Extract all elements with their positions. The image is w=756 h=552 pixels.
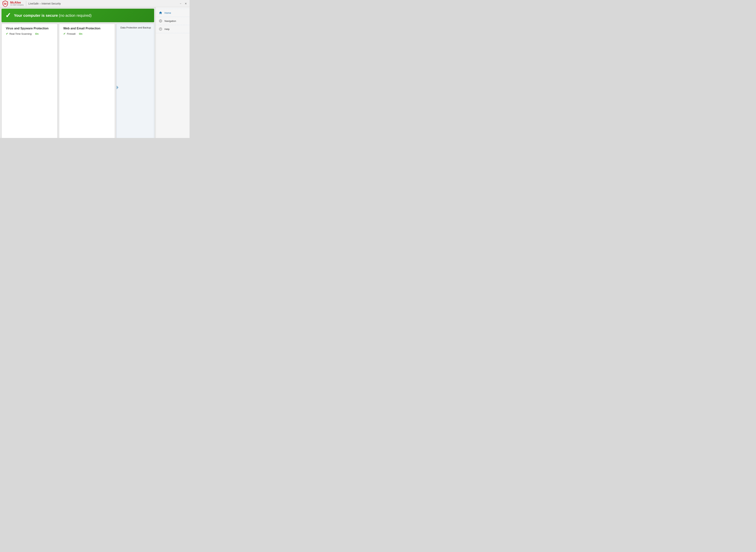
sidebar-navigation-label: Navigation xyxy=(164,20,176,22)
data-protection-card[interactable]: Data Protection and Backup xyxy=(117,24,154,138)
check-icon: ✔ xyxy=(63,32,66,35)
virus-status-value: On xyxy=(35,32,39,35)
logo: M McAfee An Intel Company xyxy=(2,0,24,7)
data-protection-title: Data Protection and Backup xyxy=(119,26,151,29)
small-card-arrow-icon xyxy=(117,86,119,89)
window-controls: − ✕ xyxy=(179,2,188,5)
svg-text:M: M xyxy=(4,2,6,5)
virus-protection-card[interactable]: Virus and Spyware Protection ✔ Real-Time… xyxy=(2,24,57,138)
cards-grid: Virus and Spyware Protection ✔ Real-Time… xyxy=(0,22,156,138)
web-card-title: Web and Email Protection xyxy=(63,27,112,30)
web-status-label: Firewall: xyxy=(67,32,76,35)
web-status-value: On xyxy=(79,32,82,35)
sidebar: Home Navigation xyxy=(156,7,189,138)
web-email-card[interactable]: Web and Email Protection ✔ Firewall: On … xyxy=(59,24,115,138)
sidebar-item-navigation[interactable]: Navigation xyxy=(156,17,189,25)
status-checkmark-icon: ✓ xyxy=(5,12,11,19)
sidebar-help-label: Help xyxy=(164,28,170,30)
close-button[interactable]: ✕ xyxy=(184,2,188,5)
status-text: Your computer is secure (no action requi… xyxy=(14,13,92,18)
help-icon: ? xyxy=(158,27,163,31)
status-text-bold: Your computer is secure xyxy=(14,13,58,17)
virus-status-label: Real-Time Scanning: xyxy=(9,32,32,35)
svg-point-2 xyxy=(160,20,161,21)
home-icon xyxy=(158,11,163,15)
mcafee-logo-icon: M xyxy=(2,0,9,7)
brand-intel: An Intel Company xyxy=(10,4,24,6)
titlebar: M McAfee An Intel Company LiveSafe – Int… xyxy=(0,0,189,7)
main-container: ✓ Your computer is secure (no action req… xyxy=(0,7,189,138)
titlebar-title: LiveSafe – Internet Security xyxy=(28,2,61,5)
sidebar-item-help[interactable]: ? Help xyxy=(156,25,189,33)
svg-text:?: ? xyxy=(160,28,161,30)
status-banner: ✓ Your computer is secure (no action req… xyxy=(2,9,154,22)
brand-mcafee: McAfee xyxy=(10,1,24,4)
small-cards-column: Data Protection and Backup PC and Home N… xyxy=(117,24,154,138)
sidebar-item-home[interactable]: Home xyxy=(156,9,189,17)
sidebar-home-label: Home xyxy=(164,11,171,14)
content-area: ✓ Your computer is secure (no action req… xyxy=(0,7,156,138)
virus-card-title: Virus and Spyware Protection xyxy=(6,27,55,30)
virus-card-status: ✔ Real-Time Scanning: On xyxy=(6,32,55,35)
brand-text: McAfee An Intel Company xyxy=(10,1,24,6)
minimize-button[interactable]: − xyxy=(179,2,182,5)
navigation-icon xyxy=(158,19,163,23)
status-text-normal: (no action required) xyxy=(58,13,92,17)
check-icon: ✔ xyxy=(6,32,8,35)
web-card-status: ✔ Firewall: On xyxy=(63,32,112,35)
